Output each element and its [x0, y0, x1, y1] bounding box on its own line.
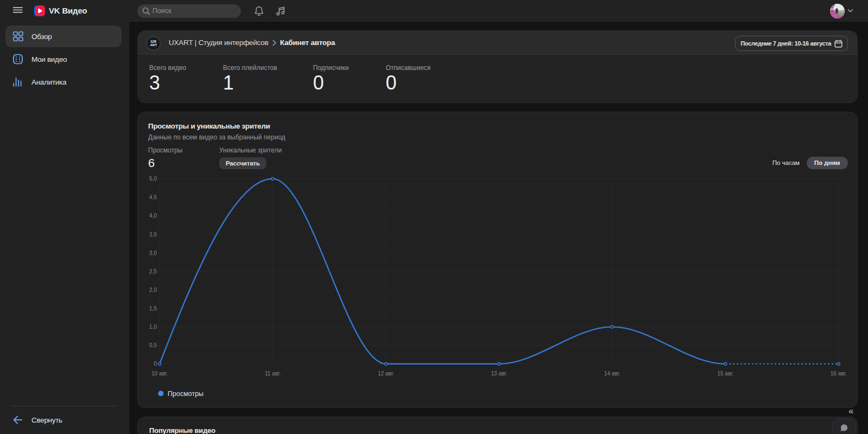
svg-text:13 авг.: 13 авг. [491, 371, 507, 376]
svg-text:12 авг.: 12 авг. [378, 371, 394, 376]
svg-text:0: 0 [154, 361, 157, 367]
svg-text:16 авг.: 16 авг. [831, 371, 847, 376]
svg-text:5,0: 5,0 [149, 176, 157, 182]
svg-text:4,0: 4,0 [149, 213, 157, 219]
svg-text:2,5: 2,5 [149, 269, 157, 275]
svg-text:1,5: 1,5 [149, 305, 157, 311]
svg-text:3,0: 3,0 [149, 250, 157, 256]
svg-text:Просмотры: Просмотры [168, 390, 203, 398]
svg-text:3,5: 3,5 [149, 232, 157, 238]
svg-text:1,0: 1,0 [149, 324, 157, 330]
svg-text:0,5: 0,5 [149, 342, 157, 348]
svg-text:14 авг.: 14 авг. [604, 371, 621, 376]
svg-text:10 авг.: 10 авг. [151, 371, 168, 376]
svg-text:2,0: 2,0 [149, 287, 157, 293]
svg-text:4,5: 4,5 [149, 194, 157, 200]
svg-text:15 авг.: 15 авг. [717, 371, 733, 376]
svg-text:11 авг.: 11 авг. [265, 371, 280, 376]
